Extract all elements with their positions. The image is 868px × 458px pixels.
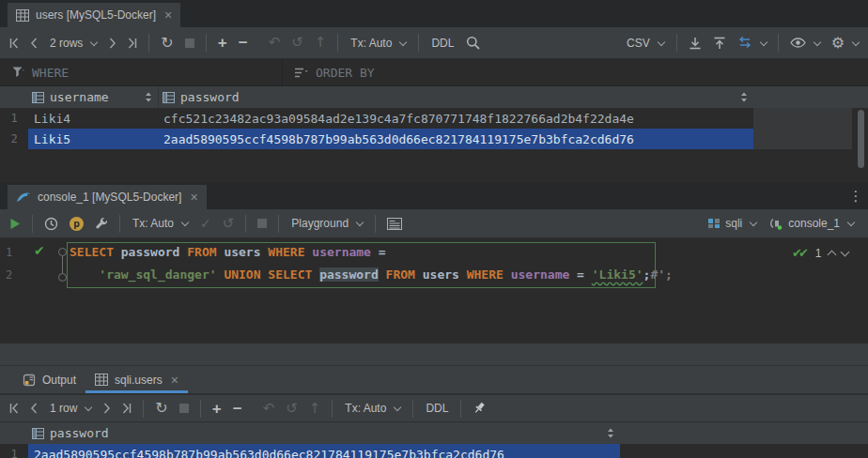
- last-page-button[interactable]: [116, 397, 137, 420]
- column-header-username[interactable]: username: [28, 86, 158, 108]
- close-icon[interactable]: ×: [171, 373, 178, 388]
- code-line[interactable]: 1SELECT password FROM users WHERE userna…: [0, 241, 868, 264]
- inline-results-button[interactable]: [381, 212, 408, 235]
- order-by-input[interactable]: ORDER BY: [282, 59, 868, 85]
- playground-dropdown[interactable]: Playground: [285, 212, 369, 235]
- next-occurrence-icon[interactable]: [840, 248, 849, 257]
- schema-dropdown[interactable]: sqli: [701, 212, 763, 235]
- vertical-scrollbar[interactable]: [858, 110, 864, 168]
- code-token: [504, 267, 511, 282]
- settings-button[interactable]: ⚙: [826, 32, 864, 54]
- inspection-widget[interactable]: ✔ ✔ 1: [792, 246, 848, 260]
- check-icon: ✓: [200, 217, 211, 230]
- prev-occurrence-icon[interactable]: [827, 250, 836, 259]
- plus-icon: +: [218, 35, 227, 51]
- export-format-dropdown[interactable]: CSV: [620, 32, 671, 54]
- tx-mode-dropdown[interactable]: Tx: Auto: [338, 397, 407, 420]
- execute-button[interactable]: [4, 212, 26, 235]
- line-number: 1: [6, 241, 12, 264]
- minus-icon: −: [239, 35, 248, 51]
- delete-row-button[interactable]: −: [227, 397, 248, 420]
- result-grid-toolbar: 1 row ↻ + − ↶ ↺ ↑ Tx: Auto DDL: [0, 394, 868, 422]
- add-row-button[interactable]: +: [207, 397, 227, 420]
- reload-data-button[interactable]: ↻: [155, 32, 178, 54]
- column-header-password[interactable]: password: [28, 422, 620, 444]
- rows-count-dropdown[interactable]: 2 rows: [43, 32, 103, 54]
- session-dropdown[interactable]: console_1: [763, 212, 860, 235]
- prev-page-button[interactable]: [24, 32, 43, 54]
- code-token: FROM: [386, 267, 415, 282]
- tab-label: console_1 [MySQL5-Docker]: [38, 191, 181, 204]
- tab-sqli-users[interactable]: sqli.users ×: [85, 366, 188, 393]
- commit-button[interactable]: ✓: [194, 212, 217, 235]
- history-button[interactable]: [39, 212, 64, 235]
- ddl-label: DDL: [431, 37, 454, 50]
- chevron-down-icon: [85, 404, 92, 411]
- reload-data-button[interactable]: ↻: [149, 397, 173, 420]
- tx-mode-dropdown[interactable]: Tx: Auto: [344, 32, 412, 54]
- grid-corner[interactable]: [0, 422, 28, 444]
- session-icon: [769, 218, 783, 230]
- tab-console[interactable]: console_1 [MySQL5-Docker] ×: [8, 185, 207, 209]
- import-data-button[interactable]: [707, 32, 732, 54]
- parameters-button[interactable]: p: [64, 212, 89, 235]
- cell-password[interactable]: 2aad5890595ccf4598b787b99ab563d0d66ec821…: [28, 444, 620, 458]
- tx-mode-dropdown[interactable]: Tx: Auto: [126, 212, 194, 235]
- view-options-button[interactable]: [784, 32, 826, 54]
- add-row-button[interactable]: +: [212, 32, 233, 54]
- code-line[interactable]: 2 'raw_sql_danger' UNION SELECT password…: [0, 264, 868, 286]
- table-row[interactable]: 1Liki4cfc521c23482ac93a09584ad2e139c4a7f…: [0, 108, 868, 129]
- table-row[interactable]: 2Liki52aad5890595ccf4598b787b99ab563d0d6…: [0, 129, 868, 149]
- column-header-password[interactable]: password: [158, 86, 753, 108]
- submit-button[interactable]: ↑: [303, 397, 327, 420]
- ide-window: users [MySQL5-Docker] × 2 rows ↻ + − ↶ ↺…: [0, 0, 868, 458]
- sql-editor[interactable]: ✔ 1SELECT password FROM users WHERE user…: [0, 238, 868, 344]
- separator: [676, 34, 677, 52]
- statement-anchor-icon[interactable]: [58, 273, 67, 282]
- close-icon[interactable]: ×: [164, 8, 172, 22]
- grid-corner[interactable]: [0, 86, 28, 108]
- tab-users-table[interactable]: users [MySQL5-Docker] ×: [8, 3, 180, 27]
- rollback-button[interactable]: ↺: [280, 397, 303, 420]
- settings-wrench-button[interactable]: [89, 212, 114, 235]
- where-filter-input[interactable]: WHERE: [0, 59, 282, 85]
- ddl-button[interactable]: DDL: [425, 32, 460, 54]
- cell-password[interactable]: 2aad5890595ccf4598b787b99ab563d0d66ec821…: [158, 129, 753, 149]
- separator: [119, 215, 120, 233]
- pin-tab-button[interactable]: [467, 397, 491, 420]
- search-button[interactable]: [460, 32, 486, 54]
- statement-anchor-icon[interactable]: [58, 248, 67, 256]
- revert-button[interactable]: ↶: [257, 397, 281, 420]
- rollback-button[interactable]: ↺: [217, 212, 240, 235]
- cell-password[interactable]: cfc521c23482ac93a09584ad2e139c4a7fc87077…: [158, 108, 753, 129]
- stop-button[interactable]: [252, 212, 272, 235]
- sort-icon[interactable]: [145, 92, 152, 102]
- order-by-placeholder: ORDER BY: [316, 66, 375, 80]
- last-page-button[interactable]: [122, 32, 143, 54]
- prev-page-button[interactable]: [24, 397, 43, 420]
- table-row[interactable]: 12aad5890595ccf4598b787b99ab563d0d66ec82…: [0, 444, 868, 458]
- revert-button[interactable]: ↶: [263, 32, 287, 54]
- submit-button[interactable]: ↑: [309, 32, 333, 54]
- stop-button[interactable]: [179, 32, 200, 54]
- cell-username[interactable]: Liki5: [28, 129, 158, 149]
- export-data-button[interactable]: [683, 32, 707, 54]
- rows-count-dropdown[interactable]: 1 row: [43, 397, 98, 420]
- close-icon[interactable]: ×: [190, 191, 197, 204]
- sort-icon[interactable]: [607, 428, 614, 438]
- tab-output[interactable]: Output: [13, 366, 85, 393]
- more-options-icon[interactable]: ⋮: [844, 183, 868, 209]
- delete-row-button[interactable]: −: [233, 32, 254, 54]
- next-page-button[interactable]: [103, 32, 122, 54]
- chevron-down-icon: [759, 38, 767, 45]
- rollback-button[interactable]: ↺: [286, 32, 309, 54]
- next-page-button[interactable]: [98, 397, 116, 420]
- compare-button[interactable]: [732, 32, 772, 54]
- code-token: UNION: [224, 267, 260, 282]
- cell-username[interactable]: Liki4: [28, 108, 158, 129]
- ddl-button[interactable]: DDL: [419, 397, 455, 420]
- first-page-button[interactable]: [4, 397, 24, 420]
- first-page-button[interactable]: [4, 32, 24, 54]
- stop-button[interactable]: [174, 397, 194, 420]
- sort-icon[interactable]: [740, 92, 748, 102]
